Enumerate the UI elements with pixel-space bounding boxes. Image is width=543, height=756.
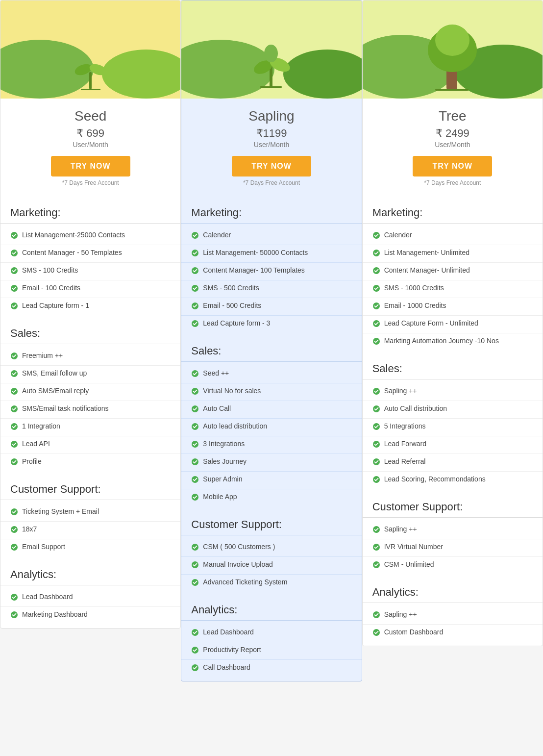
- try-now-button-tree[interactable]: TRY NOW: [413, 156, 492, 176]
- plan-period-seed: User/Month: [8, 141, 173, 149]
- feature-item: Auto Call: [181, 401, 361, 419]
- feature-text: Auto lead distribution: [203, 422, 267, 430]
- feature-text: Content Manager- Unlimited: [384, 266, 470, 274]
- feature-list-tree-3: Sapling ++Custom Dashboard: [363, 603, 543, 646]
- feature-text: Email - 100 Credits: [22, 284, 80, 292]
- feature-text: Sapling ++: [384, 610, 417, 618]
- feature-item: Calender: [363, 227, 543, 245]
- plan-name-tree: Tree: [370, 108, 535, 124]
- plan-card-seed: Seed₹ 699User/MonthTRY NOW*7 Days Free A…: [0, 0, 181, 629]
- feature-text: Email Support: [22, 543, 65, 551]
- feature-text: Content Manager- 100 Templates: [203, 266, 305, 274]
- check-icon: [372, 543, 380, 553]
- feature-text: SMS - 100 Credits: [22, 266, 78, 274]
- free-account-note-tree: *7 Days Free Account: [370, 179, 535, 186]
- svg-rect-3: [81, 89, 100, 90]
- check-icon: [10, 405, 18, 415]
- feature-item: SMS - 1000 Credits: [363, 280, 543, 298]
- feature-item: Advanced Ticketing System: [181, 575, 361, 592]
- feature-item: Auto SMS/Email reply: [0, 383, 180, 401]
- check-icon: [191, 320, 199, 329]
- feature-item: Calender: [181, 227, 361, 245]
- feature-item: SMS - 100 Credits: [0, 263, 180, 280]
- feature-item: Lead Referral: [363, 454, 543, 472]
- feature-item: Lead Forward: [363, 436, 543, 454]
- check-icon: [372, 458, 380, 468]
- feature-item: 1 Integration: [0, 419, 180, 436]
- check-icon: [372, 440, 380, 450]
- feature-text: SMS, Email follow up: [22, 369, 87, 377]
- try-now-button-sapling[interactable]: TRY NOW: [232, 156, 311, 176]
- feature-text: Marketing Dashboard: [22, 610, 88, 618]
- plan-price-seed: ₹ 699: [8, 127, 173, 140]
- feature-item: Lead Capture Form - Unlimited: [363, 316, 543, 333]
- check-icon: [10, 423, 18, 432]
- section-title-tree-3: Analytics:: [363, 578, 543, 603]
- plant-icon-tree: [423, 23, 482, 99]
- check-icon: [372, 231, 380, 241]
- try-now-button-seed[interactable]: TRY NOW: [51, 156, 130, 176]
- plan-price-sapling: ₹1199: [189, 127, 354, 140]
- hill-right-sapling: [283, 50, 362, 99]
- feature-text: Sales Journey: [203, 457, 247, 465]
- check-icon: [191, 664, 199, 674]
- feature-item: Productivity Report: [181, 642, 361, 660]
- check-icon: [10, 284, 18, 294]
- feature-text: Content Manager - 50 Templates: [22, 249, 122, 256]
- plan-info-seed: Seed₹ 699User/MonthTRY NOW*7 Days Free A…: [0, 99, 180, 199]
- check-icon: [10, 543, 18, 553]
- feature-text: Manual Invoice Upload: [203, 560, 272, 568]
- section-title-tree-1: Sales:: [363, 354, 543, 379]
- feature-item: 18x7: [0, 522, 180, 539]
- feature-item: Lead Dashboard: [0, 589, 180, 607]
- feature-list-sapling-1: Seed ++Virtual No for salesAuto CallAuto…: [181, 362, 361, 510]
- feature-item: Ticketing System + Email: [0, 504, 180, 522]
- feature-text: Custom Dashboard: [384, 628, 444, 636]
- section-title-seed-2: Customer Support:: [0, 475, 180, 500]
- feature-text: Lead Capture Form - Unlimited: [384, 319, 478, 327]
- feature-text: Seed ++: [203, 369, 229, 377]
- check-icon: [191, 579, 199, 588]
- feature-item: Lead API: [0, 436, 180, 454]
- check-icon: [191, 231, 199, 241]
- feature-item: CSM ( 500 Customers ): [181, 539, 361, 557]
- check-icon: [10, 611, 18, 621]
- plan-info-tree: Tree₹ 2499User/MonthTRY NOW*7 Days Free …: [363, 99, 543, 199]
- feature-item: Email - 500 Credits: [181, 298, 361, 316]
- check-icon: [191, 267, 199, 277]
- feature-list-sapling-3: Lead DashboardProductivity ReportCall Da…: [181, 621, 361, 681]
- check-icon: [10, 267, 18, 277]
- feature-list-tree-0: CalenderList Management- UnlimitedConten…: [363, 224, 543, 354]
- section-title-sapling-1: Sales:: [181, 337, 361, 362]
- feature-text: Auto SMS/Email reply: [22, 387, 89, 395]
- check-icon: [372, 387, 380, 397]
- feature-list-seed-1: Freemium ++SMS, Email follow upAuto SMS/…: [0, 344, 180, 475]
- feature-list-seed-3: Lead DashboardMarketing Dashboard: [0, 585, 180, 628]
- feature-text: Markting Automation Journey -10 Nos: [384, 337, 499, 345]
- check-icon: [10, 302, 18, 312]
- feature-item: Virtual No for sales: [181, 383, 361, 401]
- feature-text: Auto Call distribution: [384, 404, 447, 412]
- feature-item: Markting Automation Journey -10 Nos: [363, 333, 543, 351]
- feature-item: Content Manager- Unlimited: [363, 263, 543, 280]
- check-icon: [191, 387, 199, 397]
- check-icon: [372, 267, 380, 277]
- feature-item: 5 Integrations: [363, 419, 543, 436]
- feature-text: Ticketing System + Email: [22, 507, 99, 515]
- feature-item: Email - 100 Credits: [0, 280, 180, 298]
- check-icon: [372, 611, 380, 621]
- plan-card-sapling: Sapling₹1199User/MonthTRY NOW*7 Days Fre…: [181, 0, 362, 681]
- feature-text: CSM - Unlimited: [384, 560, 434, 568]
- feature-list-sapling-0: CalenderList Management- 50000 ContactsC…: [181, 224, 361, 337]
- check-icon: [191, 629, 199, 638]
- section-title-tree-0: Marketing:: [363, 199, 543, 224]
- section-title-seed-0: Marketing:: [0, 199, 180, 224]
- plan-info-sapling: Sapling₹1199User/MonthTRY NOW*7 Days Fre…: [181, 99, 361, 199]
- plan-name-sapling: Sapling: [189, 108, 354, 124]
- check-icon: [10, 352, 18, 362]
- feature-text: List Management- 50000 Contacts: [203, 249, 308, 256]
- section-title-sapling-2: Customer Support:: [181, 510, 361, 535]
- feature-item: Sapling ++: [363, 522, 543, 539]
- section-title-seed-3: Analytics:: [0, 560, 180, 585]
- plant-icon-seed: [71, 52, 110, 99]
